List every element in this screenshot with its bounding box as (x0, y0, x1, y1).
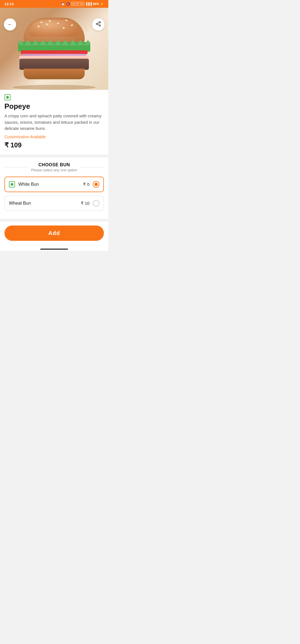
svg-line-4 (98, 23, 99, 23)
section-title-wrap: CHOOSE BUN Please select any one option (31, 162, 77, 172)
svg-line-3 (98, 24, 99, 25)
add-button[interactable]: Add (4, 226, 104, 241)
bottom-bar (40, 249, 68, 250)
veg-icon-white-bun (9, 181, 15, 187)
alarm-icon: ⏰ (61, 2, 65, 6)
section-title: CHOOSE BUN (31, 162, 77, 167)
veg-badge (4, 94, 11, 100)
divider-right (81, 167, 104, 167)
bun-option-wheat[interactable]: Wheat Bun ₹ 10 (4, 195, 104, 211)
status-time: 12:13 (4, 2, 14, 6)
product-name: Popeye (4, 102, 104, 111)
share-button[interactable] (92, 18, 104, 31)
add-button-container: Add (0, 222, 108, 246)
wheat-bun-name: Wheat Bun (9, 201, 81, 206)
white-bun-radio[interactable] (93, 181, 99, 188)
hero-image: ← (0, 8, 108, 90)
share-icon (96, 21, 101, 28)
section-subtitle: Please select any one option (31, 168, 77, 172)
white-bun-name: White Bun (18, 182, 83, 187)
status-bar: 12:13 ⏰ 🔇 VoLTE 5G ▐▐▐ 98% ⚡ (0, 0, 108, 8)
product-price: ₹ 109 (4, 141, 104, 149)
choose-bun-section: CHOOSE BUN Please select any one option … (0, 157, 108, 219)
wheat-bun-price: ₹ 10 (81, 201, 89, 206)
customization-label: Customization Available (4, 135, 104, 139)
section-header: CHOOSE BUN Please select any one option (4, 162, 104, 172)
svg-point-0 (99, 21, 101, 23)
back-button[interactable]: ← (4, 18, 16, 31)
svg-point-1 (96, 23, 98, 24)
plate (12, 85, 96, 90)
svg-point-2 (99, 25, 101, 26)
product-description: A crispy corn and spinach patty covered … (4, 113, 104, 132)
white-bun-price: ₹ 0 (83, 182, 89, 187)
product-info-section: Popeye A crispy corn and spinach patty c… (0, 90, 108, 155)
burger-image (15, 18, 93, 84)
network-icon: VoLTE 5G (71, 2, 84, 6)
battery-icon: ⚡ (100, 2, 104, 6)
bottom-indicator (0, 246, 108, 251)
mute-icon: 🔇 (66, 2, 70, 6)
bun-option-white[interactable]: White Bun ₹ 0 (4, 177, 104, 192)
signal-icon: ▐▐▐ (85, 2, 92, 6)
divider-left (4, 167, 28, 167)
back-icon: ← (8, 22, 12, 28)
battery-text: 98% (93, 2, 99, 6)
wheat-bun-radio[interactable] (93, 200, 99, 207)
status-icons: ⏰ 🔇 VoLTE 5G ▐▐▐ 98% ⚡ (61, 2, 104, 6)
